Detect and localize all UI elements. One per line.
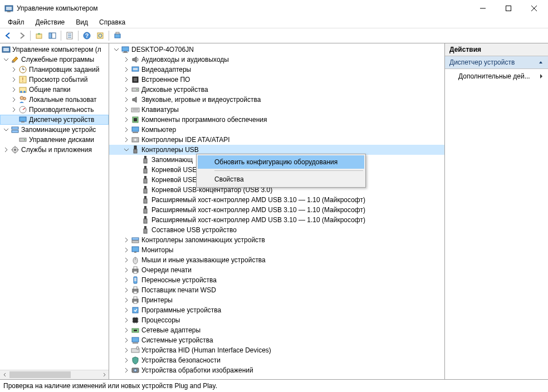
menu-file[interactable]: Файл: [3, 17, 29, 27]
collapse-icon[interactable]: [123, 146, 130, 154]
device-wsd[interactable]: Поставщик печати WSD: [109, 285, 444, 295]
expand-icon[interactable]: [123, 296, 130, 304]
expand-icon[interactable]: [123, 276, 130, 284]
device-security[interactable]: Устройства безопасности: [109, 355, 444, 365]
device-mice[interactable]: Мыши и иные указывающие устройства: [109, 255, 444, 265]
help-button[interactable]: ?: [81, 30, 93, 42]
expand-icon[interactable]: [10, 76, 18, 84]
expand-icon[interactable]: [10, 96, 18, 104]
ctx-properties[interactable]: Свойства: [198, 173, 364, 186]
expand-icon[interactable]: [123, 116, 130, 124]
device-keyboards[interactable]: Клавиатуры: [109, 105, 444, 115]
expand-icon[interactable]: [123, 316, 130, 324]
device-disk[interactable]: Дисковые устройства: [109, 85, 444, 95]
tree-system-tools[interactable]: Служебные программы: [0, 55, 109, 65]
up-button[interactable]: [33, 30, 45, 42]
expand-icon[interactable]: [2, 146, 10, 154]
expand-icon[interactable]: [10, 66, 18, 74]
device-processors[interactable]: Процессоры: [109, 315, 444, 325]
device-computer[interactable]: DESKTOP-4O706JN: [109, 45, 444, 55]
expand-icon[interactable]: [123, 366, 130, 374]
expand-icon[interactable]: [123, 126, 130, 134]
device-computer_cat[interactable]: Компьютер: [109, 125, 444, 135]
device-tree[interactable]: DESKTOP-4O706JNАудиовходы и аудиовыходыВ…: [109, 43, 444, 376]
expand-icon[interactable]: [123, 266, 130, 274]
tree-root[interactable]: Управление компьютером (л: [0, 45, 109, 55]
scroll-left-button[interactable]: [0, 370, 9, 379]
actions-more[interactable]: Дополнительные дей...: [445, 69, 548, 84]
device-software_components[interactable]: Компоненты программного обеспечения: [109, 115, 444, 125]
device-hid[interactable]: Устройства HID (Human Interface Devices): [109, 345, 444, 355]
tree-disk-mgmt[interactable]: Управление дисками: [0, 135, 109, 145]
tree-task-scheduler[interactable]: Планировщик заданий: [0, 65, 109, 75]
menu-action[interactable]: Действие: [31, 17, 70, 27]
expand-icon[interactable]: [123, 66, 130, 74]
expand-icon[interactable]: [10, 106, 18, 114]
device-software_devices[interactable]: Программные устройства: [109, 305, 444, 315]
expand-icon[interactable]: [123, 286, 130, 294]
forward-button[interactable]: [16, 30, 28, 42]
collapse-icon[interactable]: [2, 56, 10, 63]
minimize-button[interactable]: [470, 0, 496, 17]
expand-icon[interactable]: [123, 56, 130, 63]
device-usb_amd1[interactable]: Расширяемый хост-контроллер AMD USB 3.10…: [109, 195, 444, 205]
scroll-thumb[interactable]: [9, 371, 71, 378]
expand-icon[interactable]: [123, 256, 130, 264]
expand-icon[interactable]: [123, 236, 130, 244]
tree-performance[interactable]: Производительность: [0, 105, 109, 115]
maximize-button[interactable]: [496, 0, 521, 17]
device-firmware[interactable]: Встроенное ПО: [109, 75, 444, 85]
expand-icon[interactable]: [123, 76, 130, 84]
expand-icon[interactable]: [123, 86, 130, 94]
device-system_devices[interactable]: Системные устройства: [109, 335, 444, 345]
console-tree[interactable]: Управление компьютером (л Служебные прог…: [0, 43, 109, 370]
device-printers[interactable]: Принтеры: [109, 295, 444, 305]
expand-icon[interactable]: [123, 96, 130, 104]
device-monitors[interactable]: Мониторы: [109, 245, 444, 255]
close-button[interactable]: [521, 0, 547, 17]
expand-icon[interactable]: [123, 346, 130, 354]
left-scrollbar[interactable]: [0, 370, 109, 379]
device-portable[interactable]: Переносные устройства: [109, 275, 444, 285]
device-video[interactable]: Видеоадаптеры: [109, 65, 444, 75]
status-text: Проверка на наличие изменений или новых …: [3, 382, 217, 390]
svg-rect-80: [132, 241, 139, 243]
device-network[interactable]: Сетевые адаптеры: [109, 325, 444, 335]
expand-icon[interactable]: [123, 136, 130, 144]
expand-icon[interactable]: [123, 246, 130, 254]
expand-icon[interactable]: [10, 86, 18, 94]
menu-view[interactable]: Вид: [71, 17, 92, 27]
tree-services-apps[interactable]: Службы и приложения: [0, 145, 109, 155]
tree-event-viewer[interactable]: ! Просмотр событий: [0, 75, 109, 85]
tree-shared-folders[interactable]: Общие папки: [0, 85, 109, 95]
actions-section[interactable]: Диспетчер устройств: [445, 56, 548, 69]
expand-icon[interactable]: [123, 326, 130, 334]
tree-storage[interactable]: Запоминающие устройс: [0, 125, 109, 135]
ctx-scan-hardware[interactable]: Обновить конфигурацию оборудования: [198, 155, 364, 169]
device-print_queues[interactable]: Очереди печати: [109, 265, 444, 275]
device-imaging[interactable]: Устройства обработки изображений: [109, 365, 444, 375]
show-hide-tree-button[interactable]: [46, 30, 58, 42]
device-storage_ctrl[interactable]: Контроллеры запоминающих устройств: [109, 235, 444, 245]
device-usb_amd2[interactable]: Расширяемый хост-контроллер AMD USB 3.10…: [109, 205, 444, 215]
back-button[interactable]: [2, 30, 14, 42]
tools-icon: [11, 55, 19, 64]
scan-hardware-button[interactable]: [111, 30, 124, 42]
tree-device-manager[interactable]: Диспетчер устройств: [0, 115, 109, 125]
properties-button[interactable]: [63, 30, 76, 42]
collapse-icon[interactable]: [112, 46, 120, 53]
tree-local-users[interactable]: Локальные пользоват: [0, 95, 109, 105]
device-sound[interactable]: Звуковые, игровые и видеоустройства: [109, 95, 444, 105]
expand-icon[interactable]: [123, 106, 130, 114]
refresh-button[interactable]: [94, 30, 106, 42]
expand-icon[interactable]: [123, 306, 130, 314]
collapse-icon[interactable]: [2, 126, 10, 134]
menu-help[interactable]: Справка: [95, 17, 130, 27]
device-ide[interactable]: Контроллеры IDE ATA/ATAPI: [109, 135, 444, 145]
device-audio[interactable]: Аудиовходы и аудиовыходы: [109, 55, 444, 65]
expand-icon[interactable]: [123, 356, 130, 364]
scroll-right-button[interactable]: [99, 370, 109, 379]
expand-icon[interactable]: [123, 336, 130, 344]
device-usb_amd3[interactable]: Расширяемый хост-контроллер AMD USB 3.10…: [109, 215, 444, 225]
device-usb_composite[interactable]: Составное USB устройство: [109, 225, 444, 235]
